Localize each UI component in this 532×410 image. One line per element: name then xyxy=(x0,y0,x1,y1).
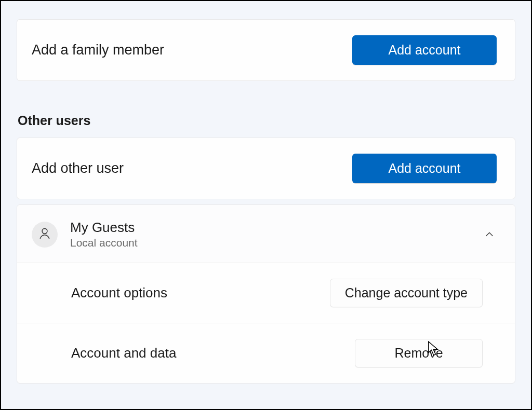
change-account-type-button[interactable]: Change account type xyxy=(330,279,483,307)
remove-account-button[interactable]: Remove xyxy=(355,339,483,367)
svg-point-0 xyxy=(42,228,47,234)
add-other-user-card: Add other user Add account xyxy=(17,138,515,199)
user-avatar xyxy=(32,222,58,248)
user-account-header[interactable]: My Guests Local account xyxy=(17,205,515,263)
add-family-row: Add a family member Add account xyxy=(17,20,515,80)
account-options-label: Account options xyxy=(71,285,167,301)
account-options-row: Account options Change account type xyxy=(17,263,515,323)
person-icon xyxy=(37,226,52,243)
user-account-card: My Guests Local account Account options … xyxy=(17,204,515,384)
add-family-account-button[interactable]: Add account xyxy=(352,35,497,65)
account-data-row: Account and data Remove xyxy=(17,323,515,383)
chevron-up-icon xyxy=(484,229,495,240)
add-other-user-row: Add other user Add account xyxy=(17,138,515,199)
user-info: My Guests Local account xyxy=(32,220,138,249)
add-other-user-label: Add other user xyxy=(32,160,124,176)
add-family-label: Add a family member xyxy=(32,42,164,58)
add-other-account-button[interactable]: Add account xyxy=(352,154,497,183)
user-subtitle: Local account xyxy=(70,237,138,249)
account-data-label: Account and data xyxy=(71,345,176,361)
other-users-heading: Other users xyxy=(18,113,515,128)
user-name: My Guests xyxy=(70,220,138,236)
user-text: My Guests Local account xyxy=(70,220,138,249)
add-family-card: Add a family member Add account xyxy=(17,19,515,81)
